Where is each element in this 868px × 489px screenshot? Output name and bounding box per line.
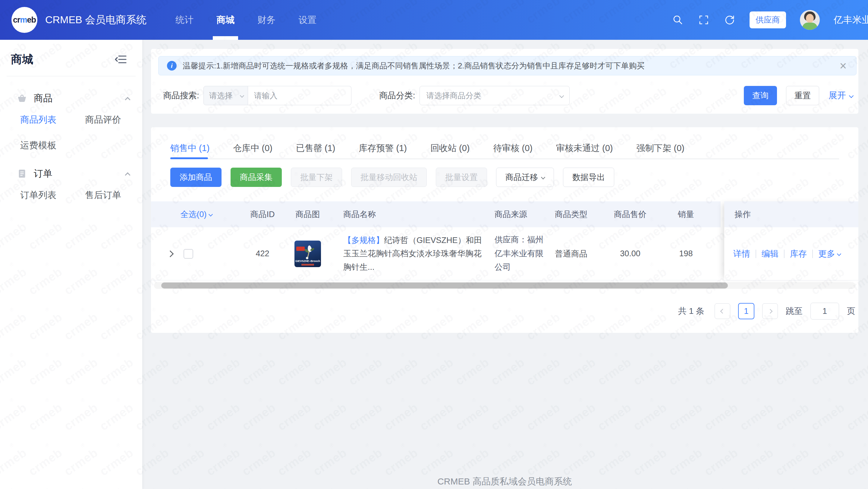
chevron-right-icon (768, 309, 772, 313)
refresh-icon[interactable] (724, 14, 736, 26)
migrate-label: 商品迁移 (505, 172, 538, 183)
sidebar-goods-items: 商品列表 商品评价 运费模板 (0, 104, 142, 152)
logo-accent: m (20, 16, 27, 24)
detail-link[interactable]: 详情 (733, 248, 750, 259)
header-operation: 操作 (724, 202, 858, 227)
jump-label: 跳至 (786, 305, 803, 317)
user-avatar[interactable] (800, 10, 820, 30)
sidebar-group-orders-header[interactable]: 订单 (0, 167, 142, 180)
logo-prefix: cr (13, 16, 20, 24)
divider (755, 250, 756, 258)
edit-link[interactable]: 编辑 (762, 248, 778, 259)
product-thumbnail[interactable]: GIEVSZHE–Brooch (294, 241, 321, 267)
sidebar: 商城 商品 商品列表 商品评价 运费模板 (0, 40, 142, 489)
tip-alert: i 温馨提示:1.新增商品时可选统一规格或者多规格，满足商品不同销售属性场景；2… (158, 56, 857, 75)
reset-button[interactable]: 重置 (786, 86, 819, 105)
alert-text: 温馨提示:1.新增商品时可选统一规格或者多规格，满足商品不同销售属性场景；2.商… (183, 61, 645, 71)
chevron-up-icon[interactable] (125, 97, 130, 102)
stock-link[interactable]: 库存 (790, 248, 807, 259)
close-icon[interactable]: × (838, 60, 848, 72)
batch-recycle-button[interactable]: 批量移动回收站 (351, 167, 427, 187)
app-logo: crmeb (11, 7, 37, 33)
search-type-placeholder: 请选择 (209, 90, 233, 101)
sidebar-item-product-reviews[interactable]: 商品评价 (85, 114, 142, 126)
select-all-control[interactable]: 全选(0) (181, 209, 212, 220)
sidebar-item-order-list[interactable]: 订单列表 (20, 189, 85, 202)
search-row: 商品搜索: 请选择 商品分类: 请选择商品分类 查询 重置 展开 (151, 86, 858, 105)
basket-icon (17, 93, 27, 103)
prev-page-button[interactable] (715, 303, 730, 319)
sidebar-group-goods: 商品 商品列表 商品评价 运费模板 (0, 92, 142, 152)
tab-recycle-bin[interactable]: 回收站 (0) (430, 138, 470, 159)
tab-sold-out[interactable]: 已售罄 (1) (296, 138, 336, 159)
main-menu: 统计 商城 财务 设置 (176, 0, 316, 40)
tab-pending-review[interactable]: 待审核 (0) (493, 138, 533, 159)
sidebar-orders-items: 订单列表 售后订单 (0, 180, 142, 202)
thumb-title: GIEVSZHE–Brooch (294, 259, 321, 263)
add-product-button[interactable]: 添加商品 (170, 167, 221, 187)
tab-stock-warning[interactable]: 库存预警 (1) (359, 138, 407, 159)
expand-label: 展开 (829, 90, 846, 101)
user-name[interactable]: 亿丰米业 (834, 13, 868, 26)
top-navbar: crmeb CRMEB 会员电商系统 统计 商城 财务 设置 供应商 (0, 0, 868, 40)
row-operations: 详情 编辑 库存 更多 (724, 227, 858, 280)
multi-spec-tag: 【多规格】 (343, 236, 384, 245)
more-link[interactable]: 更多 (818, 248, 841, 259)
sidebar-group-label: 订单 (34, 167, 126, 180)
chevron-down-icon (849, 93, 854, 98)
cell-product-image: GIEVSZHE–Brooch (284, 241, 332, 267)
search-icon[interactable] (672, 14, 684, 26)
search-label: 商品搜索: (163, 90, 199, 101)
sidebar-item-after-sale-orders[interactable]: 售后订单 (85, 189, 142, 202)
more-label: 更多 (818, 248, 835, 259)
chevron-left-icon (720, 309, 725, 313)
menu-fold-icon[interactable] (115, 53, 128, 66)
chevron-down-icon (559, 93, 564, 98)
expand-row-icon[interactable] (167, 250, 174, 257)
page-number-button[interactable]: 1 (738, 303, 754, 319)
data-export-button[interactable]: 数据导出 (563, 167, 614, 187)
tab-forced-off[interactable]: 强制下架 (0) (637, 138, 685, 159)
collect-product-button[interactable]: 商品采集 (230, 167, 282, 187)
info-icon: i (167, 61, 177, 70)
cell-product-name: 【多规格】纪诗哲（GIEVSZHE）和田玉玉兰花胸针高档女淡水珍珠奢华胸花胸针生… (332, 234, 483, 274)
jump-page-input[interactable] (810, 303, 839, 319)
status-tabs: 销售中 (1) 仓库中 (0) 已售罄 (1) 库存预警 (1) 回收站 (0)… (170, 138, 839, 159)
footer-text: CRMEB 高品质私域会员电商系统 (151, 476, 858, 488)
row-checkbox[interactable] (184, 249, 193, 259)
tab-on-sale[interactable]: 销售中 (1) (170, 138, 210, 159)
sidebar-item-freight-template[interactable]: 运费模板 (20, 139, 85, 152)
chevron-up-icon[interactable] (125, 172, 130, 178)
navbar-right: 供应商 亿丰米业 (672, 0, 868, 40)
product-list-card: 销售中 (1) 仓库中 (0) 已售罄 (1) 库存预警 (1) 回收站 (0)… (151, 127, 858, 333)
cell-product-price: 30.00 (600, 249, 660, 258)
sidebar-item-product-list[interactable]: 商品列表 (20, 114, 85, 126)
search-input[interactable] (248, 86, 351, 105)
expand-link[interactable]: 展开 (829, 90, 853, 101)
header-product-id: 商品ID (241, 209, 284, 220)
next-page-button[interactable] (762, 303, 778, 319)
nav-item-statistics[interactable]: 统计 (176, 0, 193, 40)
header-product-source: 商品来源 (483, 209, 555, 220)
thumb-subtitle-bar (301, 264, 314, 266)
nav-item-finance[interactable]: 财务 (257, 0, 276, 40)
toolbar: 添加商品 商品采集 批量下架 批量移动回收站 批量设置 商品迁移 数据导出 (170, 167, 614, 187)
product-migrate-button[interactable]: 商品迁移 (496, 167, 554, 187)
horizontal-scrollbar-thumb[interactable] (161, 282, 728, 288)
query-button[interactable]: 查询 (744, 86, 777, 105)
nav-item-mall[interactable]: 商城 (216, 0, 235, 40)
header-product-image: 商品图 (284, 209, 332, 220)
category-select[interactable]: 请选择商品分类 (420, 86, 569, 105)
tab-in-warehouse[interactable]: 仓库中 (0) (233, 138, 273, 159)
fullscreen-icon[interactable] (698, 14, 710, 26)
search-type-select[interactable]: 请选择 (204, 86, 248, 105)
sidebar-group-goods-header[interactable]: 商品 (0, 92, 142, 104)
page-unit-label: 页 (847, 305, 855, 317)
supplier-badge[interactable]: 供应商 (749, 11, 786, 28)
batch-off-shelf-button[interactable]: 批量下架 (291, 167, 342, 187)
batch-set-button[interactable]: 批量设置 (436, 167, 487, 187)
tab-review-failed[interactable]: 审核未通过 (0) (556, 138, 613, 159)
nav-item-settings[interactable]: 设置 (299, 0, 316, 40)
divider (812, 250, 813, 258)
table-row: 422 GIEVSZHE–Brooch 【多规格】纪诗哲（GIEVSZHE）和田… (151, 227, 721, 280)
